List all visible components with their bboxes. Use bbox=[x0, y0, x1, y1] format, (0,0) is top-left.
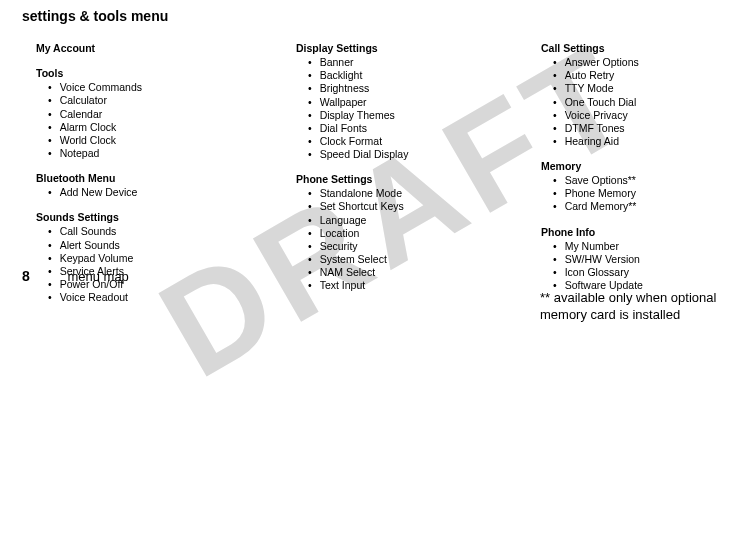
footer-label: menu map bbox=[67, 269, 128, 284]
list-item: Hearing Aid bbox=[553, 135, 721, 148]
list-item: Wallpaper bbox=[308, 96, 541, 109]
page-footer: 8 menu map bbox=[22, 268, 129, 284]
page-title: settings & tools menu bbox=[0, 0, 733, 24]
list-item: Call Sounds bbox=[48, 225, 296, 238]
section-heading: Call Settings bbox=[541, 42, 721, 55]
page-number: 8 bbox=[22, 268, 30, 284]
list-item: World Clock bbox=[48, 134, 296, 147]
menu-list: My Number SW/HW Version Icon Glossary So… bbox=[541, 240, 721, 293]
list-item: Display Themes bbox=[308, 109, 541, 122]
list-item: Voice Commands bbox=[48, 81, 296, 94]
list-item: Backlight bbox=[308, 69, 541, 82]
list-item: Voice Readout bbox=[48, 291, 296, 304]
menu-list: Answer Options Auto Retry TTY Mode One T… bbox=[541, 56, 721, 148]
list-item: Auto Retry bbox=[553, 69, 721, 82]
column-3: Call Settings Answer Options Auto Retry … bbox=[541, 42, 721, 304]
list-item: System Select bbox=[308, 253, 541, 266]
list-item: NAM Select bbox=[308, 266, 541, 279]
menu-list: Voice Commands Calculator Calendar Alarm… bbox=[36, 81, 296, 160]
menu-list: Add New Device bbox=[36, 186, 296, 199]
menu-list: Save Options** Phone Memory Card Memory*… bbox=[541, 174, 721, 213]
section-heading: Sounds Settings bbox=[36, 211, 296, 224]
list-item: Banner bbox=[308, 56, 541, 69]
list-item: Alert Sounds bbox=[48, 239, 296, 252]
list-item: Calendar bbox=[48, 108, 296, 121]
menu-columns: My Account Tools Voice Commands Calculat… bbox=[0, 24, 733, 304]
list-item: Answer Options bbox=[553, 56, 721, 69]
list-item: Clock Format bbox=[308, 135, 541, 148]
column-1: My Account Tools Voice Commands Calculat… bbox=[36, 42, 296, 304]
section-heading: Display Settings bbox=[296, 42, 541, 55]
section-heading: Phone Info bbox=[541, 226, 721, 239]
list-item: Phone Memory bbox=[553, 187, 721, 200]
list-item: DTMF Tones bbox=[553, 122, 721, 135]
menu-list: Banner Backlight Brightness Wallpaper Di… bbox=[296, 56, 541, 161]
list-item: TTY Mode bbox=[553, 82, 721, 95]
menu-list: Standalone Mode Set Shortcut Keys Langua… bbox=[296, 187, 541, 292]
list-item: Location bbox=[308, 227, 541, 240]
list-item: Voice Privacy bbox=[553, 109, 721, 122]
list-item: Brightness bbox=[308, 82, 541, 95]
column-2: Display Settings Banner Backlight Bright… bbox=[296, 42, 541, 304]
list-item: Security bbox=[308, 240, 541, 253]
section-heading: Tools bbox=[36, 67, 296, 80]
list-item: Icon Glossary bbox=[553, 266, 721, 279]
list-item: Dial Fonts bbox=[308, 122, 541, 135]
list-item: Speed Dial Display bbox=[308, 148, 541, 161]
list-item: My Number bbox=[553, 240, 721, 253]
section-heading: Bluetooth Menu bbox=[36, 172, 296, 185]
footnote: ** available only when optional memory c… bbox=[540, 290, 730, 324]
list-item: SW/HW Version bbox=[553, 253, 721, 266]
list-item: Notepad bbox=[48, 147, 296, 160]
list-item: Text Input bbox=[308, 279, 541, 292]
list-item: Keypad Volume bbox=[48, 252, 296, 265]
list-item: Calculator bbox=[48, 94, 296, 107]
list-item: One Touch Dial bbox=[553, 96, 721, 109]
list-item: Alarm Clock bbox=[48, 121, 296, 134]
section-heading: My Account bbox=[36, 42, 296, 55]
list-item: Language bbox=[308, 214, 541, 227]
section-heading: Phone Settings bbox=[296, 173, 541, 186]
menu-list: Call Sounds Alert Sounds Keypad Volume S… bbox=[36, 225, 296, 304]
list-item: Card Memory** bbox=[553, 200, 721, 213]
section-heading: Memory bbox=[541, 160, 721, 173]
list-item: Standalone Mode bbox=[308, 187, 541, 200]
list-item: Save Options** bbox=[553, 174, 721, 187]
page-content: settings & tools menu My Account Tools V… bbox=[0, 0, 733, 304]
list-item: Set Shortcut Keys bbox=[308, 200, 541, 213]
list-item: Add New Device bbox=[48, 186, 296, 199]
